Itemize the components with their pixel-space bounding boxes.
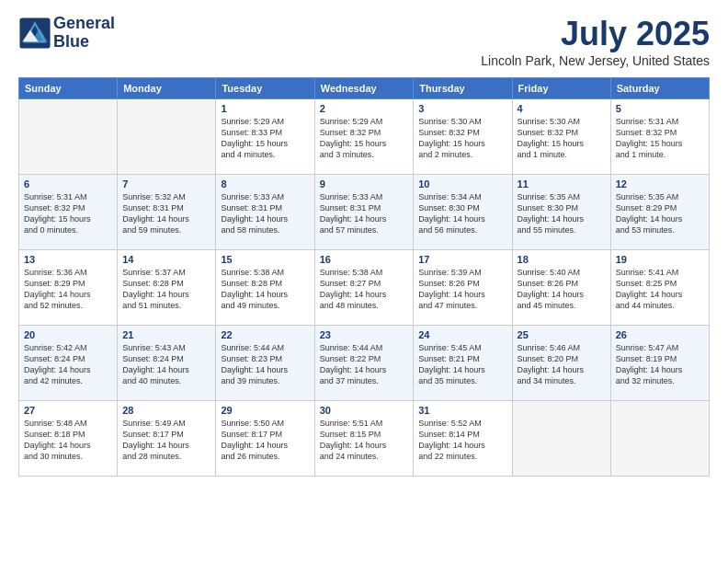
day-number: 28 [122, 405, 210, 416]
day-number: 21 [122, 329, 210, 340]
day-number: 17 [418, 254, 506, 265]
day-info: Sunrise: 5:44 AM Sunset: 8:22 PM Dayligh… [320, 342, 409, 387]
day-number: 11 [518, 178, 606, 190]
day-info: Sunrise: 5:29 AM Sunset: 8:33 PM Dayligh… [221, 116, 309, 161]
day-number: 18 [518, 254, 606, 265]
day-info: Sunrise: 5:44 AM Sunset: 8:23 PM Dayligh… [221, 342, 309, 387]
calendar-day-cell: 17Sunrise: 5:39 AM Sunset: 8:26 PM Dayli… [414, 250, 512, 326]
calendar-week-row: 20Sunrise: 5:42 AM Sunset: 8:24 PM Dayli… [19, 326, 710, 401]
day-info: Sunrise: 5:30 AM Sunset: 8:32 PM Dayligh… [518, 116, 606, 161]
calendar-day-cell [118, 99, 216, 175]
weekday-header: Saturday [610, 78, 709, 99]
day-number: 29 [221, 405, 309, 416]
calendar-day-cell: 13Sunrise: 5:36 AM Sunset: 8:29 PM Dayli… [19, 250, 118, 326]
day-info: Sunrise: 5:49 AM Sunset: 8:17 PM Dayligh… [122, 418, 210, 463]
day-info: Sunrise: 5:51 AM Sunset: 8:15 PM Dayligh… [320, 418, 409, 463]
day-info: Sunrise: 5:31 AM Sunset: 8:32 PM Dayligh… [24, 191, 112, 236]
calendar-week-row: 27Sunrise: 5:48 AM Sunset: 8:18 PM Dayli… [19, 401, 710, 477]
day-info: Sunrise: 5:46 AM Sunset: 8:20 PM Dayligh… [518, 342, 606, 387]
calendar-day-cell: 23Sunrise: 5:44 AM Sunset: 8:22 PM Dayli… [314, 326, 414, 401]
day-number: 15 [221, 254, 309, 265]
calendar-day-cell: 20Sunrise: 5:42 AM Sunset: 8:24 PM Dayli… [19, 326, 118, 401]
calendar-day-cell: 9Sunrise: 5:33 AM Sunset: 8:31 PM Daylig… [314, 175, 414, 250]
day-info: Sunrise: 5:48 AM Sunset: 8:18 PM Dayligh… [24, 418, 112, 463]
day-info: Sunrise: 5:30 AM Sunset: 8:32 PM Dayligh… [418, 116, 506, 161]
day-number: 6 [24, 178, 112, 190]
day-number: 4 [518, 103, 606, 114]
day-number: 12 [616, 178, 704, 190]
calendar: SundayMondayTuesdayWednesdayThursdayFrid… [18, 77, 710, 477]
day-number: 10 [418, 178, 506, 190]
calendar-day-cell: 16Sunrise: 5:38 AM Sunset: 8:27 PM Dayli… [314, 250, 414, 326]
day-info: Sunrise: 5:47 AM Sunset: 8:19 PM Dayligh… [616, 342, 704, 387]
calendar-day-cell: 1Sunrise: 5:29 AM Sunset: 8:33 PM Daylig… [216, 99, 314, 175]
calendar-day-cell: 22Sunrise: 5:44 AM Sunset: 8:23 PM Dayli… [216, 326, 314, 401]
logo-text: General Blue [53, 15, 115, 52]
calendar-day-cell [610, 401, 709, 477]
calendar-day-cell: 31Sunrise: 5:52 AM Sunset: 8:14 PM Dayli… [414, 401, 512, 477]
calendar-day-cell: 28Sunrise: 5:49 AM Sunset: 8:17 PM Dayli… [118, 401, 216, 477]
day-info: Sunrise: 5:33 AM Sunset: 8:31 PM Dayligh… [320, 191, 409, 236]
calendar-day-cell: 8Sunrise: 5:33 AM Sunset: 8:31 PM Daylig… [216, 175, 314, 250]
calendar-week-row: 13Sunrise: 5:36 AM Sunset: 8:29 PM Dayli… [19, 250, 710, 326]
day-number: 13 [24, 254, 112, 265]
calendar-day-cell: 25Sunrise: 5:46 AM Sunset: 8:20 PM Dayli… [512, 326, 610, 401]
day-info: Sunrise: 5:34 AM Sunset: 8:30 PM Dayligh… [418, 191, 506, 236]
calendar-day-cell: 10Sunrise: 5:34 AM Sunset: 8:30 PM Dayli… [414, 175, 512, 250]
day-info: Sunrise: 5:31 AM Sunset: 8:32 PM Dayligh… [616, 116, 704, 161]
day-number: 31 [418, 405, 506, 416]
day-number: 1 [221, 103, 309, 114]
weekday-header: Wednesday [314, 78, 414, 99]
day-number: 9 [320, 178, 409, 190]
day-number: 8 [221, 178, 309, 190]
day-info: Sunrise: 5:32 AM Sunset: 8:31 PM Dayligh… [122, 191, 210, 236]
calendar-day-cell: 4Sunrise: 5:30 AM Sunset: 8:32 PM Daylig… [512, 99, 610, 175]
day-info: Sunrise: 5:38 AM Sunset: 8:28 PM Dayligh… [221, 267, 309, 312]
day-number: 27 [24, 405, 112, 416]
day-number: 23 [320, 329, 409, 340]
calendar-day-cell [512, 401, 610, 477]
logo-icon [18, 17, 51, 50]
main-title: July 2025 [481, 15, 710, 53]
logo-line2: Blue [53, 33, 115, 52]
day-number: 19 [616, 254, 704, 265]
day-number: 2 [320, 103, 409, 114]
calendar-day-cell: 3Sunrise: 5:30 AM Sunset: 8:32 PM Daylig… [414, 99, 512, 175]
day-info: Sunrise: 5:35 AM Sunset: 8:30 PM Dayligh… [518, 191, 606, 236]
calendar-day-cell: 18Sunrise: 5:40 AM Sunset: 8:26 PM Dayli… [512, 250, 610, 326]
day-info: Sunrise: 5:36 AM Sunset: 8:29 PM Dayligh… [24, 267, 112, 312]
title-block: July 2025 Lincoln Park, New Jersey, Unit… [481, 15, 710, 68]
calendar-day-cell: 21Sunrise: 5:43 AM Sunset: 8:24 PM Dayli… [118, 326, 216, 401]
day-info: Sunrise: 5:40 AM Sunset: 8:26 PM Dayligh… [518, 267, 606, 312]
calendar-day-cell: 29Sunrise: 5:50 AM Sunset: 8:17 PM Dayli… [216, 401, 314, 477]
day-info: Sunrise: 5:38 AM Sunset: 8:27 PM Dayligh… [320, 267, 409, 312]
day-info: Sunrise: 5:29 AM Sunset: 8:32 PM Dayligh… [320, 116, 409, 161]
calendar-header-row: SundayMondayTuesdayWednesdayThursdayFrid… [19, 78, 710, 99]
header: General Blue July 2025 Lincoln Park, New… [18, 15, 710, 68]
calendar-day-cell [19, 99, 118, 175]
calendar-day-cell: 14Sunrise: 5:37 AM Sunset: 8:28 PM Dayli… [118, 250, 216, 326]
day-number: 24 [418, 329, 506, 340]
day-number: 20 [24, 329, 112, 340]
day-info: Sunrise: 5:42 AM Sunset: 8:24 PM Dayligh… [24, 342, 112, 387]
calendar-day-cell: 30Sunrise: 5:51 AM Sunset: 8:15 PM Dayli… [314, 401, 414, 477]
calendar-week-row: 1Sunrise: 5:29 AM Sunset: 8:33 PM Daylig… [19, 99, 710, 175]
day-number: 26 [616, 329, 704, 340]
weekday-header: Tuesday [216, 78, 314, 99]
calendar-day-cell: 24Sunrise: 5:45 AM Sunset: 8:21 PM Dayli… [414, 326, 512, 401]
weekday-header: Thursday [414, 78, 512, 99]
logo: General Blue [18, 15, 115, 52]
day-number: 5 [616, 103, 704, 114]
day-info: Sunrise: 5:35 AM Sunset: 8:29 PM Dayligh… [616, 191, 704, 236]
day-number: 22 [221, 329, 309, 340]
day-number: 14 [122, 254, 210, 265]
day-number: 16 [320, 254, 409, 265]
day-info: Sunrise: 5:33 AM Sunset: 8:31 PM Dayligh… [221, 191, 309, 236]
calendar-day-cell: 11Sunrise: 5:35 AM Sunset: 8:30 PM Dayli… [512, 175, 610, 250]
day-info: Sunrise: 5:43 AM Sunset: 8:24 PM Dayligh… [122, 342, 210, 387]
weekday-header: Sunday [19, 78, 118, 99]
weekday-header: Friday [512, 78, 610, 99]
day-info: Sunrise: 5:52 AM Sunset: 8:14 PM Dayligh… [418, 418, 506, 463]
logo-line1: General [53, 15, 115, 33]
calendar-day-cell: 6Sunrise: 5:31 AM Sunset: 8:32 PM Daylig… [19, 175, 118, 250]
